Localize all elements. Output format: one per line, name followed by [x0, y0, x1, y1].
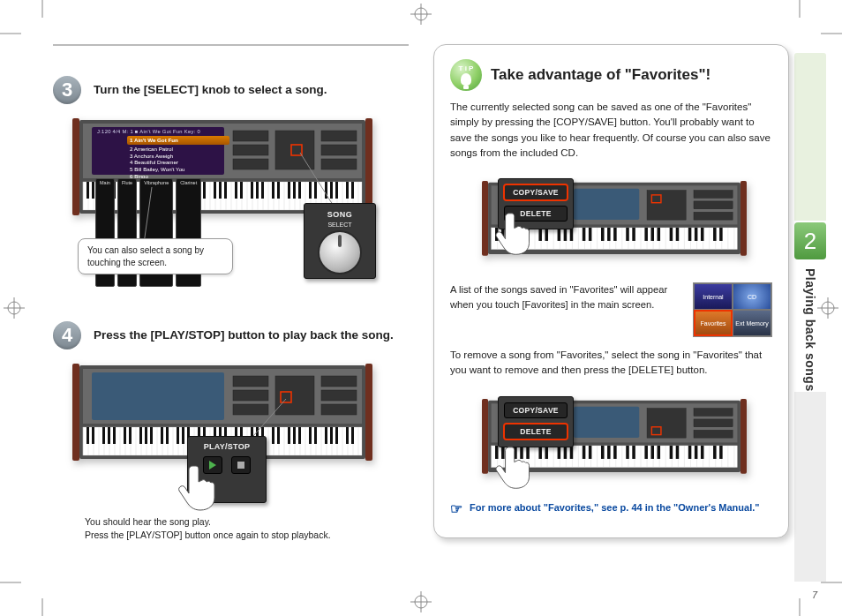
chapter-number-chip: 2 — [794, 222, 826, 259]
svg-rect-197 — [632, 445, 635, 458]
svg-rect-133 — [694, 201, 733, 209]
svg-rect-155 — [650, 228, 654, 241]
svg-rect-160 — [695, 228, 698, 241]
cross-reference: ☞ For more about "Favorites," see p. 44 … — [450, 502, 772, 516]
step-4-header: 4 Press the [PLAY/STOP] button to play b… — [53, 321, 409, 349]
svg-rect-204 — [695, 445, 698, 458]
svg-rect-151 — [613, 228, 617, 241]
svg-rect-149 — [601, 228, 605, 241]
svg-rect-145 — [564, 228, 568, 241]
hand-pointer-icon — [169, 464, 219, 508]
tip-paragraph-2: A list of the songs saved in "Favorites"… — [450, 282, 680, 312]
chapter-tab: 2 Playing back songs — [794, 222, 826, 392]
step-4-title: Press the [PLAY/STOP] button to play bac… — [94, 327, 394, 343]
svg-rect-177 — [694, 418, 733, 426]
svg-rect-161 — [701, 228, 704, 241]
chapter-title: Playing back songs — [803, 268, 817, 392]
hand-pointer-icon — [487, 446, 537, 490]
svg-rect-121 — [741, 181, 747, 256]
stop-icon — [231, 456, 251, 474]
svg-rect-188 — [558, 445, 561, 458]
lightbulb-icon — [461, 73, 471, 86]
svg-rect-148 — [589, 228, 592, 241]
svg-rect-200 — [658, 445, 661, 458]
svg-rect-144 — [558, 228, 561, 241]
svg-rect-192 — [589, 445, 592, 458]
play-stop-label: PLAY/STOP — [193, 442, 260, 451]
favorites-thumbnail-grid: Internal CD Favorites Ext Memory — [693, 282, 772, 337]
svg-rect-147 — [583, 228, 586, 241]
divider-rule — [53, 44, 409, 46]
tip-box: T i P Take advantage of "Favorites"! The… — [433, 44, 789, 538]
svg-rect-198 — [644, 445, 648, 458]
svg-rect-156 — [658, 228, 661, 241]
svg-rect-207 — [719, 445, 723, 458]
tip-keyboard-delete: COPY/SAVE DELETE — [464, 387, 772, 492]
panel-title-song: SONG — [309, 210, 371, 219]
fav-cell-internal: Internal — [694, 283, 733, 310]
svg-rect-142 — [538, 228, 542, 241]
left-column: 3 Turn the [SELECT] knob to select a son… — [53, 44, 409, 581]
cross-reference-text: For more about "Favorites," see p. 44 in… — [470, 502, 760, 513]
right-column: T i P Take advantage of "Favorites"! The… — [433, 44, 789, 581]
svg-rect-203 — [688, 445, 692, 458]
touch-screen-callout: You can also select a song by touching t… — [78, 238, 233, 274]
svg-rect-194 — [607, 445, 611, 458]
keyboard-illustration-step3: J:120 4/4 M: 1 ■ Ain't We Got Fun Key: 0… — [72, 113, 372, 289]
svg-rect-176 — [694, 408, 733, 416]
tip-title: Take advantage of "Favorites"! — [491, 66, 710, 84]
svg-rect-154 — [644, 228, 648, 241]
fav-cell-extmemory: Ext Memory — [733, 310, 771, 336]
svg-rect-178 — [694, 430, 733, 438]
svg-rect-146 — [570, 228, 574, 241]
svg-rect-196 — [626, 445, 629, 458]
svg-rect-132 — [694, 191, 733, 199]
panel-sub-select: SELECT — [309, 222, 371, 228]
step-3-header: 3 Turn the [SELECT] knob to select a son… — [53, 76, 409, 104]
svg-rect-199 — [650, 445, 654, 458]
svg-rect-165 — [741, 399, 747, 474]
page-number: 7 — [812, 590, 817, 600]
svg-rect-206 — [713, 445, 717, 458]
svg-rect-189 — [564, 445, 568, 458]
tip-icon: T i P — [450, 59, 482, 91]
tip-keyboard-copysave: COPY/SAVE DELETE — [464, 169, 772, 274]
copy-save-panel-2: COPY/SAVE DELETE — [498, 396, 574, 447]
tip-badge-text: T i P — [459, 65, 474, 72]
step-3-title: Turn the [SELECT] knob to select a song. — [94, 82, 327, 98]
svg-rect-205 — [701, 445, 704, 458]
svg-rect-159 — [688, 228, 692, 241]
step4-note-1: You should hear the song play. — [85, 515, 409, 529]
svg-rect-168 — [574, 406, 639, 437]
tip-paragraph-3: To remove a song from "Favorites," selec… — [450, 348, 772, 379]
select-knob-panel: SONG SELECT — [304, 203, 376, 279]
svg-rect-157 — [670, 228, 673, 241]
copy-save-button: COPY/SAVE — [504, 184, 568, 200]
svg-rect-186 — [538, 445, 542, 458]
fav-cell-cd: CD — [733, 283, 771, 310]
svg-rect-163 — [719, 228, 723, 241]
fav-cell-favorites: Favorites — [694, 310, 733, 336]
pointing-hand-icon: ☞ — [450, 502, 462, 516]
svg-rect-143 — [545, 228, 548, 241]
svg-rect-193 — [601, 445, 605, 458]
select-knob-icon — [318, 230, 362, 274]
svg-rect-187 — [545, 445, 548, 458]
copy-save-button: COPY/SAVE — [504, 402, 568, 418]
chapter-band-top — [794, 53, 826, 221]
chapter-band-bottom — [794, 392, 826, 582]
hand-pointer-icon — [487, 212, 537, 256]
svg-rect-152 — [626, 228, 629, 241]
svg-rect-162 — [713, 228, 717, 241]
delete-button: DELETE — [504, 424, 568, 439]
tip-paragraph-1: The currently selected song can be saved… — [450, 100, 772, 161]
svg-rect-175 — [647, 408, 686, 438]
step-4-number: 4 — [53, 321, 81, 349]
svg-rect-195 — [613, 445, 617, 458]
svg-rect-124 — [574, 189, 639, 220]
svg-rect-191 — [583, 445, 586, 458]
svg-rect-150 — [607, 228, 611, 241]
step-3-number: 3 — [53, 76, 81, 104]
svg-rect-190 — [570, 445, 574, 458]
svg-rect-134 — [694, 212, 733, 220]
